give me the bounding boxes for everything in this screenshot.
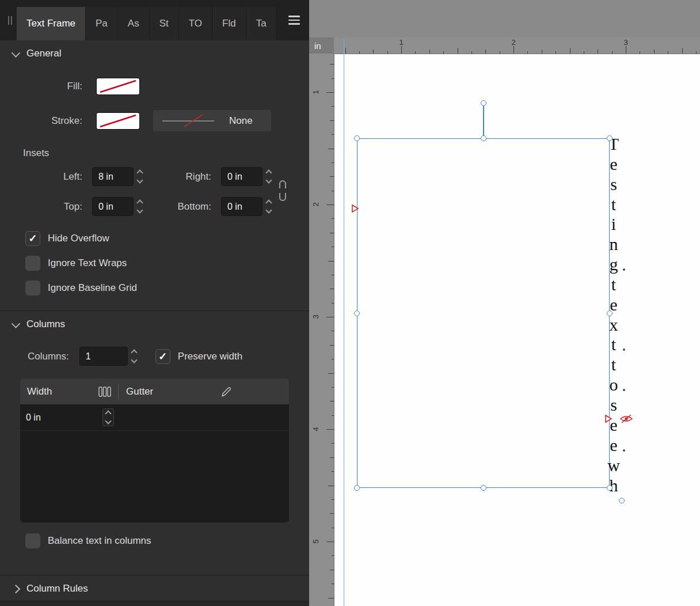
column-width-row[interactable]: 0 in (20, 404, 289, 431)
handle-bottom-right[interactable] (607, 485, 612, 491)
insets-title: Insets (23, 147, 309, 159)
vertical-ruler[interactable]: 12345 (309, 54, 334, 606)
columns-table: Width Gutter 0 in (20, 378, 289, 522)
horizontal-ruler[interactable]: 123 (334, 37, 700, 54)
panel-tab-bar: Text Frame Pa As St TO Fld Ta (0, 0, 309, 40)
checkbox-ignore-text-wraps[interactable]: Ignore Text Wraps (25, 256, 309, 271)
columns-table-body: 0 in (20, 404, 289, 522)
tab-assets[interactable]: As (118, 7, 150, 40)
checkbox-hide-overflow[interactable]: Hide Overflow (25, 231, 309, 246)
inset-right-field[interactable]: 0 in (221, 167, 262, 186)
handle-bottom-middle[interactable] (481, 485, 486, 491)
columns-layout-icon[interactable] (98, 387, 111, 397)
gutter-column-header[interactable]: Gutter (126, 386, 153, 397)
text-frame-selection[interactable] (357, 138, 610, 488)
handle-top-left[interactable] (354, 135, 360, 141)
inset-bottom-label: Bottom: (151, 201, 211, 213)
handle-bottom-left[interactable] (354, 485, 360, 491)
none-slash-icon (97, 78, 139, 94)
inset-right-label: Right: (151, 171, 211, 183)
link-insets-icon[interactable] (278, 179, 287, 205)
section-general: General Fill: Stroke: None Insets (0, 40, 309, 310)
text-flow-out-indicator[interactable] (604, 414, 612, 423)
inset-right-stepper[interactable] (265, 169, 272, 184)
ruler-unit-label: in (314, 41, 321, 51)
section-general-header[interactable]: General (0, 40, 309, 66)
hidden-overflow-eye-icon (619, 414, 633, 424)
checkbox-unchecked-icon (25, 281, 40, 296)
checkbox-checked-icon (155, 349, 170, 364)
column-width-stepper[interactable] (102, 408, 114, 426)
columns-table-header: Width Gutter (20, 378, 289, 404)
tab-fields[interactable]: Fld (212, 7, 246, 40)
stroke-label: Stroke: (0, 115, 82, 127)
none-slash-icon (97, 113, 139, 129)
checkbox-ignore-baseline-grid[interactable]: Ignore Baseline Grid (25, 281, 309, 296)
inset-left-stepper[interactable] (136, 169, 143, 184)
inset-top-label: Top: (0, 201, 82, 213)
tab-paragraph[interactable]: Pa (86, 7, 118, 40)
checkbox-checked-icon (25, 231, 40, 246)
tab-stroke[interactable]: St (150, 7, 179, 40)
checkbox-unchecked-icon (25, 256, 40, 271)
chevron-right-icon (12, 584, 21, 593)
handle-middle-left[interactable] (354, 310, 360, 316)
handle-top-right[interactable] (607, 135, 612, 141)
fill-label: Fill: (0, 81, 82, 92)
handle-middle-right[interactable] (607, 310, 612, 316)
text-flow-in-indicator[interactable] (351, 204, 359, 213)
inset-bottom-stepper[interactable] (265, 199, 272, 214)
inset-top-stepper[interactable] (136, 199, 143, 214)
ruler-unit-corner[interactable]: in (309, 37, 334, 54)
canvas-area[interactable]: in 123 12345 Testingtexttoseewh (309, 0, 700, 606)
section-title: Columns (26, 319, 65, 330)
chevron-down-icon (12, 319, 21, 328)
pencil-edit-icon[interactable] (220, 385, 233, 398)
panel-drag-handle-icon[interactable] (8, 16, 12, 25)
fill-swatch[interactable] (97, 78, 139, 94)
rotation-handle[interactable] (481, 100, 486, 106)
inset-left-field[interactable]: 8 in (92, 167, 134, 186)
columns-count-field[interactable]: 1 (79, 347, 128, 366)
checkbox-unchecked-icon (25, 533, 40, 548)
text-frame-studio-panel: Text Frame Pa As St TO Fld Ta General Fi… (0, 0, 309, 606)
section-title: Column Rules (26, 583, 88, 594)
inset-bottom-field[interactable]: 0 in (221, 197, 262, 216)
width-column-header[interactable]: Width (27, 386, 52, 397)
columns-count-stepper[interactable] (131, 349, 138, 363)
inset-left-label: Left: (0, 171, 82, 183)
section-column-rules: Column Rules (0, 575, 309, 601)
rotation-handle-stem (483, 105, 484, 138)
pasteboard[interactable] (309, 0, 700, 38)
tab-to[interactable]: TO (179, 7, 212, 40)
chevron-down-icon (12, 48, 21, 58)
section-title: General (26, 48, 61, 59)
panel-bottom-divider (0, 601, 309, 606)
stroke-style-button[interactable]: None (153, 110, 271, 131)
inset-top-field[interactable]: 0 in (92, 197, 134, 216)
section-columns-header[interactable]: Columns (0, 311, 309, 336)
tab-text-frame[interactable]: Text Frame (17, 7, 86, 40)
checkbox-balance-text[interactable]: Balance text in columns (25, 533, 309, 548)
columns-count-label: Columns: (28, 351, 69, 362)
margin-guide[interactable] (344, 39, 344, 606)
stroke-swatch[interactable] (97, 113, 139, 129)
text-flow-output-handle[interactable] (619, 498, 625, 503)
section-column-rules-header[interactable]: Column Rules (0, 575, 309, 601)
checkbox-preserve-width[interactable]: Preserve width (155, 349, 242, 364)
stroke-style-value: None (229, 115, 253, 127)
tab-table[interactable]: Ta (246, 7, 277, 40)
panel-menu-icon[interactable] (285, 12, 303, 28)
section-columns: Columns Columns: 1 Preserve width Width (0, 310, 309, 561)
handle-top-middle[interactable] (481, 135, 486, 141)
stroke-preview-icon (159, 110, 216, 131)
column-width-value[interactable]: 0 in (26, 412, 100, 423)
